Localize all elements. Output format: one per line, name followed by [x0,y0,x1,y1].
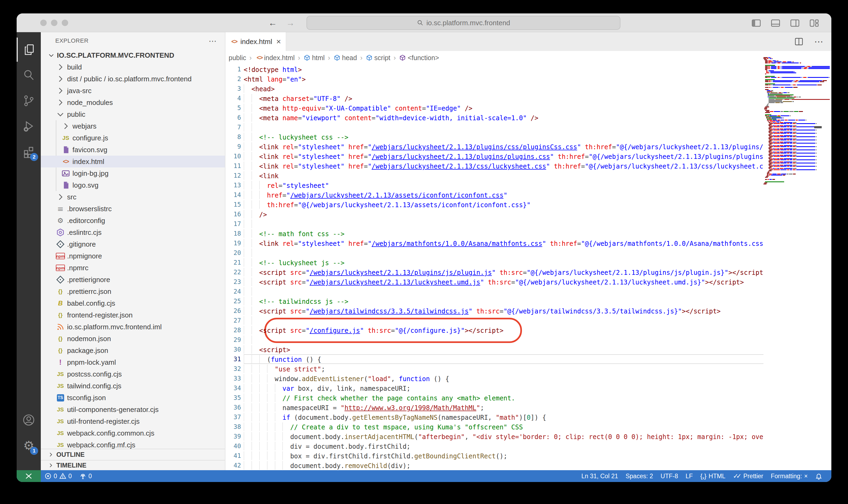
accounts-icon[interactable] [17,408,41,432]
tree-item-prettierignore[interactable]: .prettierignore [41,274,225,286]
tree-item-favicon-svg[interactable]: favicon.svg [41,144,225,156]
tree-item-tailwind-config-cjs[interactable]: JStailwind.config.cjs [41,380,225,392]
navigate-back-icon[interactable]: ← [268,18,277,28]
formatter-label: Prettier [743,473,763,480]
tree-item-prettierrc-json[interactable]: {}.prettierrc.json [41,286,225,298]
tree-item-util-frontend-register-cjs[interactable]: JSutil-frontend-register.cjs [41,415,225,427]
line-number: 14 [225,190,241,200]
breadcrumb-item-head[interactable]: head [333,54,357,62]
tree-item-java-src[interactable]: java-src [41,85,225,96]
breadcrumb-item-public[interactable]: public [229,54,246,62]
tree-item-gitignore[interactable]: .gitignore [41,238,225,250]
toggle-panel-icon[interactable] [771,18,780,28]
extensions-badge: 2 [30,153,38,161]
tree-item-eslintrc-cjs[interactable]: .eslintrc.cjs [41,227,225,238]
tree-item-dist-public-io-sc-platform-mvc-frontend[interactable]: dist / public / io.sc.platform.mvc.front… [41,73,225,85]
split-editor-icon[interactable] [794,37,804,46]
tree-item-logo-svg[interactable]: logo.svg [41,179,225,191]
tree-item-public[interactable]: public [41,108,225,120]
tree-item-util-components-generator-cjs[interactable]: JSutil-components-generator.cjs [41,403,225,415]
code-editor[interactable]: 1<!doctype html>2<html lang="en">3 <head… [225,65,763,470]
tree-item-index-html[interactable]: <>index.html [41,156,225,167]
search-view-icon[interactable] [17,63,41,87]
minimap-line [763,70,830,71]
outline-section-header[interactable]: OUTLINE [41,449,225,460]
code-line-15: 15 th:href="@{/webjars/luckysheet/2.1.13… [225,200,763,209]
tree-item-pnpm-lock-yaml[interactable]: !pnpm-lock.yaml [41,356,225,368]
toggle-primary-sidebar-icon[interactable] [752,18,761,28]
minimize-window-button[interactable] [51,20,57,26]
tree-item-login-bg-jpg[interactable]: login-bg.jpg [41,167,225,179]
project-root-row[interactable]: IO.SC.PLATFORM.MVC.FRONTEND [41,49,225,61]
js-file-icon: JS [56,370,65,379]
ts-file-icon: TS [56,393,65,402]
customize-layout-icon[interactable] [809,18,819,28]
remote-indicator[interactable] [17,470,41,482]
code-line-8: 8 <!-- luckysheet css --> [225,132,763,142]
toggle-secondary-sidebar-icon[interactable] [790,18,800,28]
tree-item-editorconfig[interactable]: ⚙.editorconfig [41,215,225,227]
tree-item-tsconfig-json[interactable]: TStsconfig.json [41,392,225,403]
chevron-right-icon [48,452,54,457]
tree-item-configure-js[interactable]: JSconfigure.js [41,132,225,144]
notifications-bell[interactable] [812,470,826,482]
vscode-window: ← → io.sc.platform.mvc.frontend [17,14,831,482]
minimap-line [763,131,830,131]
formatting-status[interactable]: Formatting: × [767,470,812,482]
npm-icon: npm [56,251,65,260]
explorer-more-actions-icon[interactable]: ⋯ [209,36,217,46]
explorer-view-icon[interactable] [17,38,41,62]
ports-status[interactable]: 0 [76,470,96,482]
line-number: 5 [225,103,241,113]
tree-item-src[interactable]: src [41,191,225,203]
settings-gear-icon[interactable]: ⚙ 1 [17,433,41,457]
js-file-icon: JS [61,133,70,143]
tree-item-webpack-config-mf-cjs[interactable]: JSwebpack.config.mf.cjs [41,439,225,449]
minimap-line [763,143,830,144]
maximize-window-button[interactable] [62,20,68,26]
tree-item-webpack-config-common-cjs[interactable]: JSwebpack.config.common.cjs [41,427,225,439]
indentation-status[interactable]: Spaces: 2 [622,470,657,482]
breadcrumb-item-script[interactable]: script [366,54,391,62]
language-mode[interactable]: {x} HTML [697,470,729,482]
timeline-section-header[interactable]: TIMELINE [41,460,225,470]
tree-item-frontend-register-json[interactable]: {}frontend-register.json [41,309,225,321]
minimap-line [763,155,830,156]
tree-item-babel-config-cjs[interactable]: Bbabel.config.cjs [41,298,225,309]
minimap[interactable] [763,57,830,185]
breadcrumb-item-index-html[interactable]: <>index.html [255,53,295,62]
cursor-position[interactable]: Ln 31, Col 21 [577,470,622,482]
close-tab-icon[interactable]: × [276,37,281,46]
extensions-icon[interactable]: 2 [17,140,41,164]
breadcrumb-item-function[interactable]: <function> [399,54,439,62]
formatter-status[interactable]: ✓✓ Prettier [729,470,767,482]
tree-item-io-sc-platform-mvc-frontend-iml[interactable]: io.sc.platform.mvc.frontend.iml [41,321,225,333]
tree-item-package-json[interactable]: {}package.json [41,345,225,356]
navigate-forward-icon[interactable]: → [286,18,295,28]
line-number: 33 [225,374,241,383]
eol-status[interactable]: LF [682,470,697,482]
minimap-line [763,89,830,90]
line-number: 13 [225,180,241,190]
tree-item-npmrc[interactable]: npm.npmrc [41,262,225,274]
tree-item-browserslistrc[interactable]: ≡.browserslistrc [41,203,225,215]
breadcrumb-item-html[interactable]: html [304,54,325,62]
command-center[interactable]: io.sc.platform.mvc.frontend [306,16,620,30]
tree-item-build[interactable]: build [41,61,225,73]
run-debug-icon[interactable] [17,114,41,138]
minimap-line [763,166,830,167]
encoding-status[interactable]: UTF-8 [657,470,682,482]
close-window-button[interactable] [40,20,47,26]
tree-item-node-modules[interactable]: node_modules [41,96,225,108]
tree-item-nodemon-json[interactable]: {}nodemon.json [41,333,225,345]
editor-more-actions-icon[interactable]: ⋯ [814,36,823,47]
warning-count: 0 [68,473,72,480]
svg-file-icon [61,145,70,154]
tree-item-npmignore[interactable]: npm.npmignore [41,250,225,262]
tree-item-webjars[interactable]: webjars [41,120,225,132]
problems-status[interactable]: 0 0 [41,470,76,482]
tab-index-html[interactable]: <> index.html × [225,32,286,51]
source-control-icon[interactable] [17,89,41,113]
line-number: 7 [225,122,241,132]
tree-item-postcss-config-cjs[interactable]: JSpostcss.config.cjs [41,368,225,380]
